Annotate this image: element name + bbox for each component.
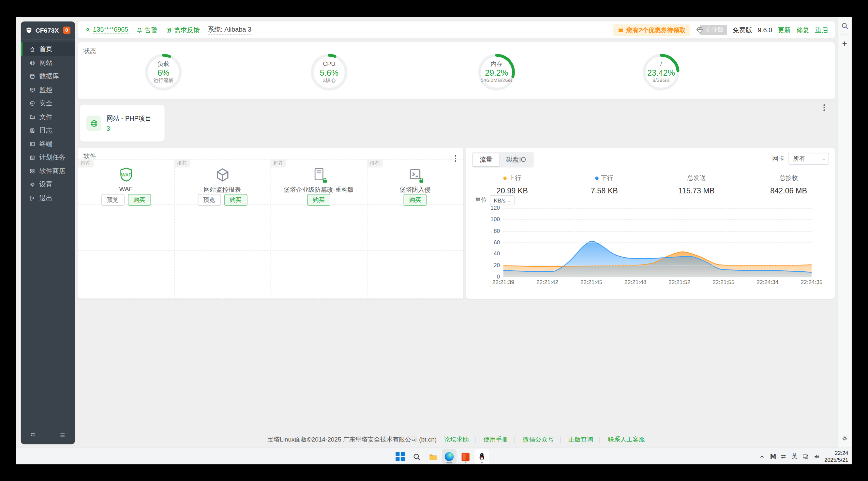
nic-select[interactable]: 所有⌄: [788, 153, 829, 165]
feedback-link[interactable]: 需求反馈: [166, 26, 200, 34]
coupon-banner[interactable]: 您有2个优惠券待领取: [613, 24, 690, 36]
volume-icon[interactable]: [813, 453, 820, 460]
website-count[interactable]: 3: [106, 125, 152, 132]
bell-icon: [136, 27, 143, 33]
gauge-disk[interactable]: /23.42%9/39GB: [641, 53, 681, 92]
traffic-area-chart[interactable]: [503, 208, 812, 277]
logout-icon: [29, 195, 35, 201]
server-lock-icon: [310, 166, 327, 183]
y-axis-ticks: 120100806040200: [466, 205, 500, 279]
gauge-memory[interactable]: 内存29.2%546.0MB/2GB: [477, 53, 516, 92]
sidebar-item-security[interactable]: 安全: [21, 96, 75, 110]
unit-select[interactable]: KB/s⌄: [490, 195, 515, 205]
waf-shield-icon: [117, 166, 134, 183]
buy-button[interactable]: 购买: [307, 194, 330, 206]
recommend-badge: 推荐: [271, 159, 286, 168]
folder-icon: [428, 452, 438, 461]
chevron-down-icon: ⌄: [507, 198, 512, 203]
taskbar-office[interactable]: [458, 449, 473, 464]
buy-button[interactable]: 购买: [224, 194, 247, 206]
system-tray: 𝗠 英 22:24 2025/5/21: [759, 448, 848, 464]
terminal-icon: [29, 141, 35, 147]
footer-link-genuine[interactable]: 正版查询: [568, 436, 593, 443]
browser-sidebar: +: [837, 17, 852, 448]
page-footer: 宝塔Linux面板©2014-2025 广东堡塔安全技术有限公司 (bt.cn)…: [78, 435, 835, 444]
preview-button[interactable]: 预览: [101, 194, 124, 206]
start-button[interactable]: [393, 449, 408, 464]
collapse-sidebar-icon[interactable]: [30, 432, 36, 439]
alarm-link[interactable]: 告警: [136, 26, 158, 34]
store-icon: [29, 168, 35, 174]
account-link[interactable]: 135****6965: [85, 26, 128, 34]
sidebar-item-home[interactable]: 首页: [21, 42, 75, 56]
update-link[interactable]: 更新: [778, 26, 791, 34]
stat-total-received: 总接收 842.06 MB: [742, 174, 835, 196]
add-icon[interactable]: +: [842, 38, 847, 48]
sidebar-item-website[interactable]: 网站: [21, 56, 75, 69]
overview-row-menu-icon[interactable]: [822, 103, 827, 113]
buy-button[interactable]: 购买: [127, 194, 151, 206]
taskbar-search[interactable]: [409, 449, 424, 464]
status-card: 状态 负载6%运行流畅 CPU5.6%2核心 内存29.2%546.0MB/2G…: [78, 42, 835, 99]
network-icon[interactable]: [802, 453, 809, 460]
version-number[interactable]: 9.6.0: [758, 26, 772, 33]
website-card-title: 网站 - PHP项目: [106, 115, 152, 123]
taskbar-clock[interactable]: 22:24 2025/5/21: [824, 450, 848, 464]
website-overview-card[interactable]: 网站 - PHP项目 3: [80, 105, 164, 142]
taskbar-qq[interactable]: [474, 449, 489, 464]
sidebar-item-appstore[interactable]: 软件商店: [21, 164, 75, 177]
tray-chevron-up-icon[interactable]: [759, 453, 766, 460]
chart-tabs: 流量 磁盘IO: [472, 152, 534, 168]
sidebar-item-monitor[interactable]: 监控: [21, 83, 75, 96]
tab-traffic[interactable]: 流量: [473, 153, 499, 166]
software-item-name: 堡塔企业级防篡改-重构版: [271, 185, 367, 194]
input-method-icon[interactable]: 𝗠: [770, 453, 776, 460]
tray-sliders-icon[interactable]: [780, 453, 787, 460]
sidebar-item-logs[interactable]: 日志: [21, 124, 75, 137]
sidebar-item-database[interactable]: 数据库: [21, 69, 75, 83]
footer-link-forum[interactable]: 论坛求助: [444, 436, 469, 443]
footer-link-wechat[interactable]: 微信公众号: [523, 436, 554, 443]
repair-link[interactable]: 修复: [796, 26, 809, 34]
folder-icon: [29, 114, 35, 120]
message-count-badge[interactable]: 0: [63, 27, 70, 34]
taskbar-file-explorer[interactable]: [426, 449, 440, 464]
sidebar-item-logout[interactable]: 退出: [21, 191, 75, 205]
software-item-waf: 推荐 WAF 预览 购买: [78, 159, 174, 204]
sidebar-item-settings[interactable]: 设置: [21, 178, 75, 191]
log-icon: [29, 127, 35, 133]
sidebar: CF673X 0 首页 网站 数据库 监控 安全 文件 日志 终端 计划任务 软…: [21, 22, 75, 444]
buy-button[interactable]: 购买: [404, 194, 427, 206]
gauge-load[interactable]: 负载6%运行流畅: [144, 53, 183, 92]
restart-link[interactable]: 重启: [815, 26, 828, 34]
footer-link-support[interactable]: 联系人工客服: [608, 436, 645, 443]
desktop-frame: CF673X 0 首页 网站 数据库 监控 安全 文件 日志 终端 计划任务 软…: [0, 0, 868, 481]
preview-button[interactable]: 预览: [197, 194, 221, 206]
sidebar-item-files[interactable]: 文件: [21, 110, 75, 123]
language-indicator[interactable]: 英: [792, 453, 797, 460]
software-item-tamper-proof: 推荐 堡塔企业级防篡改-重构版 购买: [271, 159, 367, 204]
schedule-icon: [29, 154, 35, 160]
tab-diskio[interactable]: 磁盘IO: [499, 153, 532, 166]
software-item-intrusion-prevention: 推荐 堡塔防入侵 购买: [367, 159, 463, 204]
upstream-dot: [503, 176, 506, 179]
taskbar-edge[interactable]: [442, 449, 457, 464]
footer-link-manual[interactable]: 使用手册: [484, 436, 508, 443]
divider: [840, 34, 849, 35]
enterprise-upgrade[interactable]: 企业版: [696, 25, 727, 35]
sidebar-item-terminal[interactable]: 终端: [21, 137, 75, 150]
recommend-badge: 推荐: [367, 159, 382, 168]
sidebar-header: CF673X 0: [21, 22, 75, 39]
menu-list-icon[interactable]: [59, 432, 66, 439]
sidebar-item-cron[interactable]: 计划任务: [21, 151, 75, 164]
software-item-name: 网站监控报表: [174, 185, 271, 194]
gear-icon[interactable]: [841, 435, 848, 442]
system-info[interactable]: 系统: Alibaba 3: [208, 25, 251, 35]
gauge-cpu[interactable]: CPU5.6%2核心: [309, 53, 349, 92]
server-name: CF673X: [35, 27, 59, 34]
search-icon[interactable]: [841, 22, 848, 30]
copyright: 宝塔Linux面板©2014-2025 广东堡塔安全技术有限公司 (bt.cn): [268, 436, 437, 443]
search-icon: [412, 452, 421, 461]
office-icon: [462, 452, 469, 461]
qq-icon: [477, 452, 487, 461]
